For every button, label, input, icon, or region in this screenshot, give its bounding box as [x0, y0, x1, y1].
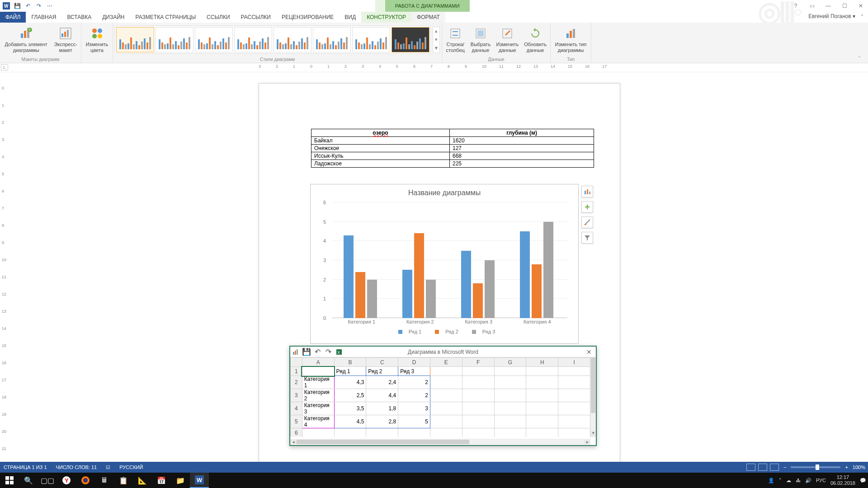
chart-legend[interactable]: Ряд 1Ряд 2Ряд 3: [311, 329, 578, 335]
tray-people-icon[interactable]: 👤: [768, 478, 774, 483]
minimize-icon[interactable]: —: [822, 1, 835, 11]
user-name[interactable]: Евгений Поганов ▾: [808, 13, 855, 19]
chart-title[interactable]: Название диаграммы: [311, 184, 578, 199]
chart-style-5[interactable]: [274, 27, 311, 52]
tab-file[interactable]: ФАЙЛ: [0, 12, 26, 23]
vertical-ruler[interactable]: 012345678910111213141516171819202122: [1, 72, 8, 474]
tab-insert[interactable]: ВСТАВКА: [61, 12, 97, 23]
bar[interactable]: [473, 283, 483, 318]
excel-hscroll[interactable]: ◂▸: [290, 439, 590, 445]
collapse-ribbon-icon[interactable]: ˄: [858, 13, 866, 21]
bar[interactable]: [402, 270, 412, 318]
add-chart-element-button[interactable]: + Добавить элемент диаграммы: [2, 25, 50, 53]
tray-up-icon[interactable]: ˄: [779, 478, 782, 483]
refresh-data-button[interactable]: Обновить данные: [522, 25, 548, 53]
tray-clock[interactable]: 12:17 06.02.2018: [830, 474, 855, 486]
calendar-icon[interactable]: 📅: [152, 473, 171, 488]
sheet-row[interactable]: 2Категория 14,32,42: [291, 376, 590, 389]
status-page[interactable]: СТРАНИЦА 1 ИЗ 1: [4, 465, 47, 470]
tab-chart-format[interactable]: ФОРМАТ: [411, 12, 445, 23]
zoom-slider[interactable]: [791, 466, 840, 468]
help-icon[interactable]: ?: [789, 1, 802, 11]
chart-object[interactable]: Название диаграммы Категория 1Категория …: [310, 184, 579, 344]
qat-customize-icon[interactable]: ⋯: [45, 1, 54, 10]
excel-close-icon[interactable]: ✕: [584, 348, 594, 356]
excel-undo-icon[interactable]: ↶: [312, 347, 323, 357]
ribbon-pin-icon[interactable]: ˄: [858, 56, 866, 62]
chart-style-7[interactable]: [352, 27, 390, 52]
bar[interactable]: [414, 233, 424, 318]
horizontal-ruler[interactable]: 32101234567891011121314151617: [259, 63, 620, 72]
excel-vscroll[interactable]: ▾: [590, 357, 596, 437]
view-print-icon[interactable]: [758, 464, 767, 471]
change-chart-type-button[interactable]: Изменить тип диаграммы: [552, 25, 589, 53]
save-icon[interactable]: 💾: [13, 1, 22, 10]
app-icon-1[interactable]: 📋: [114, 473, 133, 488]
close-icon[interactable]: ✕: [854, 1, 867, 11]
table-row[interactable]: Байкал1620: [311, 137, 594, 145]
chart-style-6[interactable]: [313, 27, 351, 52]
bar[interactable]: [532, 264, 542, 318]
firefox-icon[interactable]: [76, 473, 95, 488]
zoom-level[interactable]: 100%: [853, 465, 865, 470]
explorer-icon[interactable]: 📁: [171, 473, 190, 488]
maximize-icon[interactable]: ☐: [838, 1, 851, 11]
chart-styles-button[interactable]: [581, 216, 593, 228]
change-colors-button[interactable]: Изменить цвета: [83, 25, 111, 53]
bar[interactable]: [543, 222, 553, 318]
ribbon-display-icon[interactable]: ▭: [806, 1, 818, 11]
yandex-browser-icon[interactable]: Y: [57, 473, 76, 488]
tab-layout[interactable]: РАЗМЕТКА СТРАНИЦЫ: [130, 12, 202, 23]
word-taskbar-icon[interactable]: W: [190, 473, 209, 488]
tray-onedrive-icon[interactable]: ☁: [786, 478, 791, 483]
bar[interactable]: [520, 231, 530, 318]
tab-chart-design[interactable]: КОНСТРУКТОР: [361, 12, 411, 23]
excel-chart-icon[interactable]: [290, 347, 301, 357]
chart-style-4[interactable]: [234, 27, 272, 52]
chart-style-8[interactable]: [392, 27, 429, 52]
zoom-in-icon[interactable]: +: [845, 465, 848, 470]
tab-design[interactable]: ДИЗАЙН: [97, 12, 130, 23]
chart-layout-options-button[interactable]: [581, 186, 593, 197]
chart-style-3[interactable]: [195, 27, 233, 52]
app-icon-2[interactable]: 📐: [133, 473, 152, 488]
redo-icon[interactable]: ↷: [34, 1, 43, 10]
bar[interactable]: [485, 260, 495, 318]
sheet-row[interactable]: 3Категория 22,54,42: [291, 389, 590, 402]
sheet-row[interactable]: 5Категория 44,52,85: [291, 415, 590, 428]
chart-elements-button[interactable]: +: [581, 201, 593, 213]
excel-sheet[interactable]: ABCDEFGHI1Ряд 1Ряд 2Ряд 32Категория 14,3…: [290, 357, 590, 437]
chart-plot-area[interactable]: [332, 202, 567, 318]
chart-filters-button[interactable]: [581, 232, 593, 244]
table-row[interactable]: Онежское127: [311, 145, 594, 152]
gallery-more-icon[interactable]: ▼: [433, 44, 439, 52]
bar[interactable]: [461, 251, 471, 318]
bar[interactable]: [344, 235, 354, 318]
tab-home[interactable]: ГЛАВНАЯ: [26, 12, 61, 23]
tab-selector[interactable]: L: [1, 64, 8, 70]
excel-save-icon[interactable]: 💾: [301, 347, 312, 357]
tray-notifications-icon[interactable]: 💬: [860, 478, 866, 483]
chart-style-2[interactable]: [156, 27, 193, 52]
switch-row-col-button[interactable]: Строка/столбец: [444, 25, 467, 53]
status-proofing-icon[interactable]: ☑: [106, 465, 110, 470]
tab-review[interactable]: РЕЦЕНЗИРОВАНИЕ: [276, 12, 339, 23]
quick-layout-button[interactable]: Экспресс-макет: [52, 25, 79, 53]
select-data-button[interactable]: Выбрать данные: [468, 25, 492, 53]
tray-volume-icon[interactable]: 🔊: [805, 478, 811, 483]
bar[interactable]: [367, 280, 377, 318]
tab-references[interactable]: ССЫЛКИ: [201, 12, 235, 23]
chart-style-1[interactable]: [116, 27, 154, 52]
excel-redo-icon[interactable]: ↷: [323, 347, 334, 357]
view-read-icon[interactable]: [746, 464, 755, 471]
search-icon[interactable]: 🔍: [19, 473, 38, 488]
tray-lang[interactable]: РУС: [816, 478, 826, 483]
start-button[interactable]: [0, 473, 19, 488]
bar[interactable]: [426, 280, 436, 318]
task-view-icon[interactable]: ▢▢: [38, 473, 57, 488]
table-row[interactable]: Иссык-Куль668: [311, 152, 594, 160]
zoom-out-icon[interactable]: −: [783, 465, 786, 470]
bar[interactable]: [355, 272, 365, 318]
excel-open-icon[interactable]: X: [334, 347, 344, 357]
calculator-icon[interactable]: 🖩: [95, 473, 114, 488]
